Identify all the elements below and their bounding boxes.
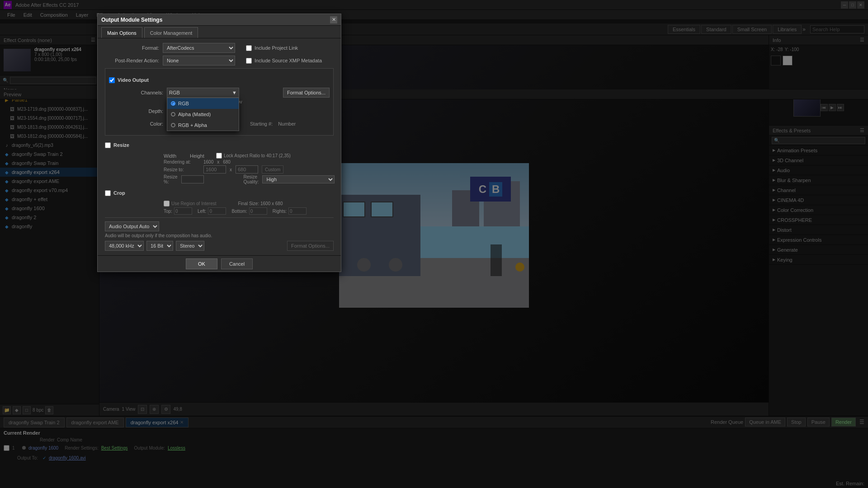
resize-to-row: Resize to: x Custom	[164, 165, 334, 174]
lock-ar-checkbox[interactable]	[216, 153, 222, 159]
channels-radio-alpha	[171, 112, 175, 117]
crop-checkbox[interactable]	[105, 190, 111, 196]
format-options-button[interactable]: Format Options...	[283, 88, 330, 98]
modal-footer: OK Cancel	[98, 255, 341, 272]
x-separator-2: x	[230, 167, 232, 172]
starting-hash-label: Starting #:	[250, 121, 273, 127]
crop-label: Crop	[113, 190, 125, 196]
rendering-w: 1600	[203, 160, 213, 164]
rights-input	[288, 207, 307, 215]
resize-labels: Width Height Lock Aspect Ratio to 40:17 …	[164, 153, 334, 159]
rendering-h: 680	[223, 160, 231, 164]
left-input-row: Left:	[198, 207, 226, 215]
include-xmp-check[interactable]: Include Source XMP Metadata	[246, 58, 322, 64]
channels-dropdown-menu: RGB Alpha (Matted) RGB + Alpha	[167, 98, 239, 131]
bottom-input-row: Bottom:	[231, 207, 267, 215]
resize-label: Resize	[113, 142, 129, 148]
modal-tabs: Main Options Color Management	[98, 26, 341, 38]
channels-dropdown-arrow-icon: ▼	[232, 90, 237, 95]
lock-ar-label: Lock Aspect Ratio to 40:17 (2,35)	[224, 153, 291, 158]
audio-format-options-button: Format Options...	[287, 241, 334, 251]
post-render-row: Post-Render Action: None Include Source …	[105, 56, 334, 66]
crop-values-row: Top: Left: Bottom: Rights:	[164, 207, 334, 215]
top-input-row: Top:	[164, 207, 192, 215]
custom-button: Custom	[262, 165, 283, 174]
resize-to-h-input[interactable]	[236, 165, 258, 174]
post-render-label: Post-Render Action:	[105, 58, 159, 63]
width-column-label: Width	[164, 153, 186, 159]
rights-input-row: Rights:	[273, 207, 307, 215]
include-project-link-label: Include Project Link	[255, 45, 298, 51]
audio-khz-select[interactable]: 48,000 kHz	[105, 241, 144, 251]
resize-quality-select[interactable]: High	[262, 175, 335, 183]
video-output-label: Video Output	[118, 77, 149, 83]
channels-selected-value: RGB	[169, 90, 180, 95]
ok-button[interactable]: OK	[186, 258, 217, 269]
rendering-at-row: Rendering at: 1600 x 680	[164, 160, 334, 164]
modal-overlay: Output Module Settings ✕ Main Options Co…	[0, 0, 868, 488]
resize-pct-row: Resize %: Resize Quality: High	[164, 174, 334, 184]
include-xmp-checkbox[interactable]	[246, 58, 252, 64]
video-output-checkbox[interactable]	[109, 77, 115, 83]
number-label: Number	[278, 121, 296, 127]
use-roi-check[interactable]: Use Region of Interest	[164, 201, 217, 206]
channels-radio-rgb	[171, 101, 175, 106]
channels-row: Channels: RGB ▼ RGB	[109, 88, 330, 98]
use-roi-label: Use Region of Interest	[171, 201, 217, 206]
tab-main-options[interactable]: Main Options	[101, 27, 142, 38]
include-xmp-label: Include Source XMP Metadata	[255, 58, 322, 63]
format-label: Format:	[105, 45, 159, 51]
resize-section: Resize Width Height Lock Aspect Ratio to…	[105, 139, 334, 184]
resize-header: Resize	[105, 139, 334, 151]
rights-label: Rights:	[273, 209, 287, 214]
depth-label: Depth:	[109, 108, 163, 114]
x-separator: x	[217, 160, 219, 164]
channels-option-rgb-alpha[interactable]: RGB + Alpha	[167, 120, 239, 131]
channels-radio-rgb-alpha	[171, 123, 175, 127]
channels-option-rgb[interactable]: RGB	[167, 98, 239, 109]
crop-header: Crop	[105, 187, 334, 199]
resize-quality-label: Resize Quality:	[244, 174, 259, 184]
crop-options: Use Region of Interest Final Size: 1600 …	[164, 201, 334, 206]
video-output-section: Video Output Channels: RGB ▼	[105, 68, 334, 136]
final-size-label: Final Size: 1600 x 680	[238, 201, 283, 206]
include-xmp: Include Source XMP Metadata	[246, 58, 322, 64]
height-column-label: Height	[190, 153, 212, 159]
tab-color-management[interactable]: Color Management	[144, 27, 198, 38]
channels-select-button[interactable]: RGB ▼	[167, 88, 239, 98]
audio-format-row: 48,000 kHz 16 Bit Stereo Format Options.…	[105, 241, 334, 251]
format-row: Format: AfterCodecs Include Project Link	[105, 43, 334, 53]
video-output-header: Video Output	[109, 74, 330, 86]
crop-section: Crop Use Region of Interest Final Size: …	[105, 187, 334, 215]
output-module-settings-dialog: Output Module Settings ✕ Main Options Co…	[97, 14, 341, 272]
include-project-link-checkbox[interactable]	[246, 45, 252, 51]
channels-label: Channels:	[109, 90, 163, 95]
modal-body: Format: AfterCodecs Include Project Link…	[98, 38, 341, 255]
modal-close-button[interactable]: ✕	[330, 16, 337, 23]
audio-channels-select[interactable]: Stereo	[176, 241, 204, 251]
resize-checkbox[interactable]	[105, 142, 111, 148]
channels-option-alpha[interactable]: Alpha (Matted)	[167, 109, 239, 120]
top-input	[174, 207, 192, 215]
resize-to-label: Resize to:	[164, 167, 200, 172]
post-render-select[interactable]: None	[163, 56, 235, 66]
lock-ar-check[interactable]: Lock Aspect Ratio to 40:17 (2,35)	[216, 153, 291, 159]
color-label: Color:	[109, 121, 163, 127]
channels-dropdown: RGB ▼ RGB Alpha (Matted)	[167, 88, 239, 98]
top-label: Top:	[164, 209, 172, 214]
resize-pct-x-input[interactable]	[181, 175, 204, 183]
bottom-label: Bottom:	[231, 209, 247, 214]
cancel-button[interactable]: Cancel	[221, 258, 253, 269]
audio-output-select[interactable]: Audio Output Auto	[105, 221, 159, 231]
format-select[interactable]: AfterCodecs	[163, 43, 235, 53]
channels-option-label: RGB + Alpha	[178, 122, 207, 128]
audio-bit-select[interactable]: 16 Bit	[146, 241, 173, 251]
left-input	[208, 207, 226, 215]
include-project-link-check[interactable]: Include Project Link	[246, 45, 298, 51]
use-roi-checkbox	[164, 201, 170, 206]
modal-title: Output Module Settings	[101, 17, 162, 23]
resize-to-w-input[interactable]	[203, 165, 226, 174]
channels-option-label: Alpha (Matted)	[178, 112, 211, 117]
include-options: Include Project Link	[246, 45, 298, 51]
rendering-at-label: Rendering at:	[164, 160, 200, 164]
